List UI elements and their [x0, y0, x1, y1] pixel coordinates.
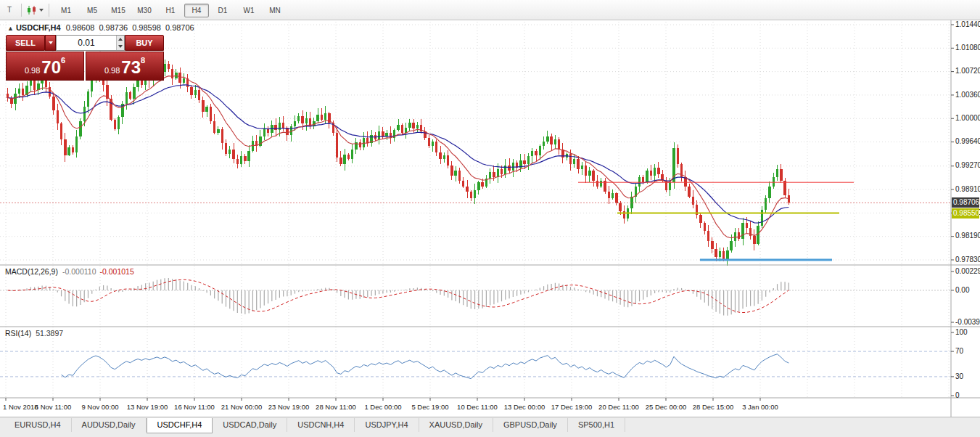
toolbar: T M1M5M15M30H1H4D1W1MN: [0, 0, 980, 20]
tab-xauusd-daily[interactable]: XAUUSD,Daily: [419, 418, 493, 432]
open-value: 0.98608: [66, 23, 95, 32]
svg-text:1.00720: 1.00720: [955, 67, 980, 75]
one-click-collapse-icon[interactable]: ▲: [7, 25, 14, 32]
time-axis-labels: 1 Nov 20186 Nov 11:009 Nov 00:0013 Nov 1…: [3, 398, 778, 411]
svg-text:6 Nov 11:00: 6 Nov 11:00: [35, 403, 72, 411]
svg-text:17 Dec 19:00: 17 Dec 19:00: [551, 403, 593, 411]
sell-button[interactable]: SELL: [6, 35, 45, 51]
svg-text:9 Nov 00:00: 9 Nov 00:00: [81, 403, 118, 411]
timeframe-button-w1[interactable]: W1: [236, 4, 261, 17]
svg-text:0.00: 0.00: [955, 286, 970, 294]
chart-type-button[interactable]: [26, 2, 44, 18]
timeframe-button-d1[interactable]: D1: [210, 4, 235, 17]
svg-text:1.00000: 1.00000: [955, 114, 980, 122]
toolbar-cropped-button[interactable]: T: [2, 2, 17, 18]
timeframe-button-m30[interactable]: M30: [132, 4, 157, 17]
svg-text:13 Dec 00:00: 13 Dec 00:00: [504, 403, 545, 411]
volume-stepper: [116, 36, 124, 50]
macd-title: MACD(12,26,9)-0.000110-0.001015: [5, 267, 134, 276]
buy-price-button[interactable]: 0.98 73 8: [86, 52, 164, 81]
svg-text:1.01440: 1.01440: [955, 20, 980, 28]
svg-text:16 Nov 11:00: 16 Nov 11:00: [174, 403, 215, 411]
close-value: 0.98706: [165, 23, 194, 32]
sell-price-pip: 6: [61, 56, 65, 65]
svg-text:0: 0: [955, 391, 960, 399]
svg-text:28 Dec 15:00: 28 Dec 15:00: [693, 403, 734, 411]
tab-audusd-daily[interactable]: AUDUSD,Daily: [72, 418, 147, 432]
svg-text:23 Nov 19:00: 23 Nov 19:00: [268, 403, 310, 411]
tab-eurusd-h4[interactable]: EURUSD,H4: [4, 418, 72, 432]
symbol-tab-bar: EURUSD,H4AUDUSD,DailyUSDCHF,H4USDCAD,Dai…: [0, 417, 980, 437]
timeframe-button-m15[interactable]: M15: [106, 4, 131, 17]
current-price-badge: 0.98706: [952, 197, 979, 208]
sell-price-big: 70: [41, 59, 61, 76]
rsi-label: RSI(14): [5, 329, 31, 338]
svg-text:100: 100: [955, 328, 968, 336]
svg-text:0.002297: 0.002297: [955, 267, 980, 275]
svg-text:0.98190: 0.98190: [955, 232, 980, 240]
timeframe-button-m1[interactable]: M1: [54, 4, 78, 17]
svg-text:1.00360: 1.00360: [955, 91, 980, 99]
mt4-window: 1.014401.010801.007201.003601.000000.996…: [0, 0, 980, 437]
timeframe-button-m5[interactable]: M5: [80, 4, 104, 17]
chevron-down-icon: [49, 41, 53, 44]
tab-usdcnh-h4[interactable]: USDCNH,H4: [287, 418, 355, 432]
svg-text:1 Dec 00:00: 1 Dec 00:00: [364, 403, 401, 411]
buy-price-pip: 8: [141, 56, 145, 65]
svg-text:30: 30: [955, 372, 964, 380]
svg-text:5 Dec 19:00: 5 Dec 19:00: [411, 403, 448, 411]
volume-increase-button[interactable]: [117, 36, 124, 43]
macd-signal-value: -0.001015: [99, 267, 133, 276]
tab-sp500-h1[interactable]: SP500,H1: [568, 418, 625, 432]
candlestick-chart-icon: [27, 5, 37, 15]
svg-text:0.98910: 0.98910: [955, 185, 980, 193]
candles-layer: [7, 60, 790, 266]
svg-text:3 Jan 00:00: 3 Jan 00:00: [742, 403, 778, 411]
svg-text:70: 70: [955, 347, 964, 355]
svg-text:21 Nov 00:00: 21 Nov 00:00: [221, 403, 263, 411]
chart-ohlc-header: ▲USDCHF,H40.986080.987360.985980.98706: [7, 23, 199, 32]
buy-price-big: 73: [121, 59, 141, 76]
toolbar-separator: [49, 4, 49, 17]
tab-usdchf-h4[interactable]: USDCHF,H4: [147, 418, 213, 433]
tab-gbpusd-daily[interactable]: GBPUSD,Daily: [493, 418, 568, 432]
sell-price-prefix: 0.98: [25, 65, 40, 76]
tab-usdcad-daily[interactable]: USDCAD,Daily: [213, 418, 287, 432]
svg-text:28 Nov 11:00: 28 Nov 11:00: [316, 403, 356, 411]
volume-field: [56, 35, 125, 51]
svg-text:-0.003904: -0.003904: [955, 318, 980, 326]
buy-button[interactable]: BUY: [125, 35, 164, 51]
toolbar-separator: [21, 4, 22, 17]
timeframe-button-h4[interactable]: H4: [184, 4, 209, 17]
volume-input[interactable]: [57, 36, 116, 50]
one-click-trading-panel: SELL BUY 0.98 70 6 0.98 73 8: [6, 35, 164, 81]
timeframe-button-mn[interactable]: MN: [263, 4, 287, 17]
low-value: 0.98598: [132, 23, 161, 32]
timeframe-button-h1[interactable]: H1: [158, 4, 183, 17]
rsi-value: 51.3897: [36, 329, 63, 338]
triangle-down-icon: [118, 45, 123, 48]
svg-text:25 Dec 00:00: 25 Dec 00:00: [646, 403, 687, 411]
svg-text:13 Nov 19:00: 13 Nov 19:00: [127, 403, 168, 411]
macd-signal-line: [8, 279, 789, 312]
macd-histogram: [8, 278, 789, 316]
rsi-line: [62, 354, 789, 379]
triangle-up-icon: [118, 38, 123, 41]
volume-dropdown-button[interactable]: [45, 35, 56, 51]
high-value: 0.98736: [99, 23, 128, 32]
svg-text:0.99640: 0.99640: [955, 137, 980, 145]
symbol-label: USDCHF,H4: [16, 23, 61, 32]
macd-main-value: -0.000110: [62, 267, 96, 276]
volume-decrease-button[interactable]: [117, 43, 124, 50]
macd-label: MACD(12,26,9): [5, 267, 58, 276]
buy-price-prefix: 0.98: [104, 65, 120, 76]
rsi-title: RSI(14)51.3897: [5, 329, 63, 338]
svg-text:1 Nov 2018: 1 Nov 2018: [3, 403, 38, 411]
line-level-badge: 0.98550: [952, 208, 979, 218]
svg-text:10 Dec 11:00: 10 Dec 11:00: [457, 403, 498, 411]
timeframe-toolbar: M1M5M15M30H1H4D1W1MN: [53, 3, 288, 17]
svg-text:0.97830: 0.97830: [955, 256, 980, 264]
tab-usdjpy-h4[interactable]: USDJPY,H4: [355, 418, 419, 432]
svg-text:20 Dec 11:00: 20 Dec 11:00: [598, 403, 639, 411]
sell-price-button[interactable]: 0.98 70 6: [6, 52, 84, 81]
